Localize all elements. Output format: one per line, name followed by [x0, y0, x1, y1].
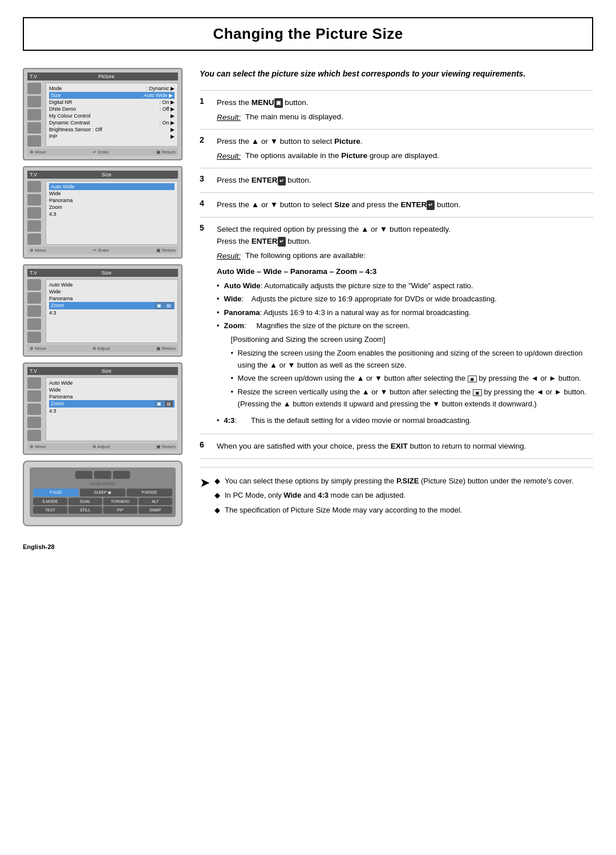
tv-screen-4-body: Auto Wide Wide Panorama Zoom▣▤ 4:3: [27, 377, 178, 441]
note-1-text: You can select these options by simply p…: [225, 475, 574, 487]
note-diamond-2: ◆: [214, 490, 220, 501]
tv-icon-1a: [27, 83, 41, 94]
remote-alt[interactable]: ALT: [139, 498, 173, 505]
tv-screen-3-footer: ⊕ Move ⊕ Adjust ▣ Return: [27, 345, 178, 352]
page-number: English-28: [23, 543, 55, 550]
step-1-action: Press the MENU▣ button.: [217, 96, 593, 109]
tv-size-title-4: Size: [102, 368, 112, 374]
remote-swap[interactable]: SWAP: [139, 506, 173, 514]
tv-screen-1-body: Mode: Dynamic ▶ Size: Auto Wide ▶ Digita…: [27, 83, 178, 147]
step-5-result: Result: The following options are availa…: [217, 250, 593, 263]
tv-icon-1c: [27, 109, 41, 120]
step-2-row: 2 Press the ▲ or ▼ button to select Pict…: [200, 130, 593, 168]
tv-size-title-3: Size: [102, 270, 112, 276]
page-footer: English-28: [23, 543, 593, 550]
remote-control: AA59-00300 P.SIZE SLEEP ◉ P.MODE S.MODE …: [23, 461, 183, 526]
option-43: • 4:3: This is the default setting for a…: [217, 415, 593, 426]
tv-size-43-4: 4:3: [49, 408, 175, 414]
tv-size-43-3: 4:3: [49, 309, 175, 316]
tv-size-autowide-3: Auto Wide: [49, 281, 175, 288]
tv-size-wide-2: Wide: [49, 190, 175, 197]
tv-icon-1e: [27, 135, 41, 147]
step-4-content: Press the ▲ or ▼ button to select Size a…: [217, 192, 593, 217]
tv-icon-3d: [27, 318, 41, 330]
option-panorama-name: Panorama: [224, 308, 260, 317]
remote-arrow-buttons: [33, 471, 172, 479]
remote-still[interactable]: STILL: [68, 506, 103, 514]
position-icon-1: ▣: [468, 376, 477, 382]
option-zoom-name: Zoom: [224, 321, 244, 330]
remote-text[interactable]: TEXT: [33, 506, 67, 514]
tv-screen-3: T.V Size Auto Wide Wide Panorama Zoom▣▤: [23, 264, 183, 357]
remote-sleep[interactable]: SLEEP ◉: [80, 489, 125, 497]
step-3-row: 3 Press the ENTER↵ button.: [200, 168, 593, 193]
remote-psize[interactable]: P.SIZE: [33, 489, 79, 497]
tv-icons-1: [27, 83, 43, 147]
step-6-content: When you are satisfied with your choice,…: [217, 434, 593, 459]
note-1: ◆ You can select these options by simply…: [214, 475, 574, 487]
step-6-number: 6: [200, 434, 217, 459]
zoom-subnote-3: Resize the screen vertically using the ▲…: [231, 386, 593, 410]
tv-label-4: T.V: [30, 368, 37, 374]
step-5-result-label: Result:: [217, 250, 241, 263]
tv-label-3: T.V: [30, 270, 37, 276]
remote-dual[interactable]: DUAL: [68, 498, 103, 505]
step-3-number: 3: [200, 168, 217, 193]
step-1-result: Result: The main menu is displayed.: [217, 111, 593, 124]
tv-size-title-2: Size: [102, 172, 112, 178]
tv-icons-3: [27, 279, 43, 343]
step-1-result-label: Result:: [217, 111, 241, 124]
tv-screen-2-footer: ⊕ Move ↵ Enter ▣ Return: [27, 247, 178, 254]
tv-icon-3e: [27, 332, 41, 343]
note-diamond-3: ◆: [214, 505, 220, 516]
step-2-result-label: Result:: [217, 150, 241, 163]
step-3-action: Press the ENTER↵ button.: [217, 174, 593, 187]
step-3-content: Press the ENTER↵ button.: [217, 168, 593, 193]
steps-table: 1 Press the MENU▣ button. Result: The ma…: [200, 90, 593, 459]
options-header: Auto Wide – Wide – Panorama – Zoom – 4:3: [217, 265, 593, 278]
step-4-number: 4: [200, 192, 217, 217]
step-5-row: 5 Select the required option by pressing…: [200, 217, 593, 434]
tv-menu-title-1: Picture: [99, 74, 115, 79]
zoom-subnote-0: [Positioning and Sizing the screen using…: [231, 334, 593, 346]
tv-size-autowide-4: Auto Wide: [49, 380, 175, 386]
enter-icon-3: ↵: [278, 176, 286, 185]
option-wide: • Wide: Adjusts the picture size to 16:9…: [217, 293, 593, 305]
step-6-row: 6 When you are satisfied with your choic…: [200, 434, 593, 459]
tv-icon-2a: [27, 181, 41, 192]
tv-size-menu-4: Auto Wide Wide Panorama Zoom▣▤ 4:3: [46, 377, 178, 441]
remote-pip[interactable]: PIP: [103, 506, 137, 514]
tv-menu-1: Mode: Dynamic ▶ Size: Auto Wide ▶ Digita…: [46, 83, 178, 147]
remote-arrow-1: [75, 471, 92, 479]
zoom-subnote-2: Move the screen up/down using the ▲ or ▼…: [231, 373, 593, 385]
step-6-action: When you are satisfied with your choice,…: [217, 440, 593, 453]
tv-menu-item-brightness: Brightness Sensor : Off▶: [49, 126, 175, 133]
page-title-box: Changing the Picture Size: [23, 17, 593, 51]
tv-size-zoom-3: Zoom▣▤: [49, 302, 175, 309]
remote-pmode[interactable]: P.MODE: [127, 489, 172, 497]
step-2-number: 2: [200, 130, 217, 168]
step-1-number: 1: [200, 91, 217, 130]
note-2: ◆ In PC Mode, only Wide and 4:3 mode can…: [214, 490, 574, 501]
notes-content: ◆ You can select these options by simply…: [214, 475, 574, 519]
tv-size-wide-4: Wide: [49, 386, 175, 393]
remote-tvradio[interactable]: TV/RADIO: [103, 498, 137, 505]
remote-button-grid-3: TEXT STILL PIP SWAP: [33, 506, 172, 514]
tv-screen-3-body: Auto Wide Wide Panorama Zoom▣▤ 4:3: [27, 279, 178, 343]
page-title: Changing the Picture Size: [35, 25, 581, 43]
main-layout: T.V Picture Mode: Dynamic ▶ Size: Auto W…: [23, 68, 593, 526]
tv-menu-item-dnr: Digital NR: On ▶: [49, 99, 175, 106]
tv-size-panorama-2: Panorama: [49, 197, 175, 204]
position-icon-2: ▣: [473, 389, 482, 396]
remote-model-number: AA59-00300: [33, 481, 172, 486]
step-5-number: 5: [200, 217, 217, 434]
remote-smode[interactable]: S.MODE: [33, 498, 67, 505]
tv-icon-4e: [27, 430, 41, 441]
step-2-action: Press the ▲ or ▼ button to select Pictur…: [217, 135, 593, 148]
option-wide-name: Wide: [224, 295, 242, 303]
tv-icons-2: [27, 181, 43, 245]
tv-menu-item-dnie: DNIe Demo: Off ▶: [49, 106, 175, 112]
tv-size-43-2: 4:3: [49, 211, 175, 217]
note-3: ◆ The specification of Picture Size Mode…: [214, 505, 574, 516]
tv-size-wide-3: Wide: [49, 288, 175, 295]
